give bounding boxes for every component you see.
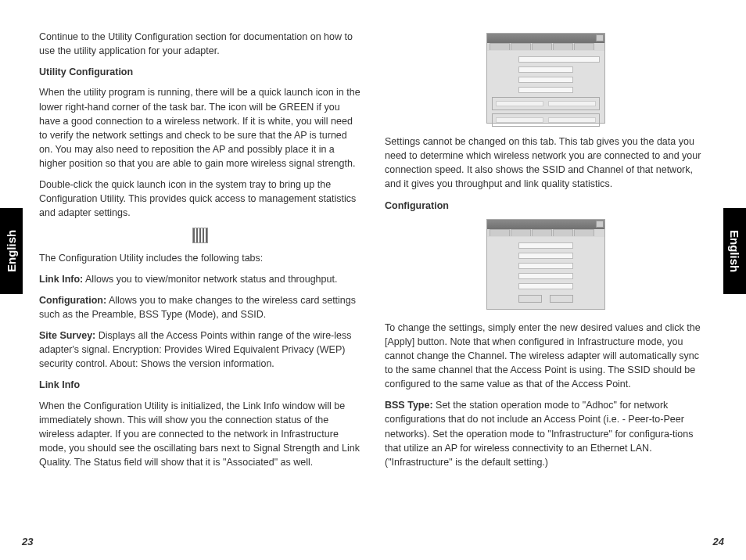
close-icon	[596, 34, 604, 41]
site-survey-item: Site Survey: Displays all the Access Poi…	[39, 328, 361, 371]
link-info-label: Link Info:	[39, 274, 83, 285]
dialog-tabs	[487, 229, 604, 237]
utility-paragraph-2: Double-click the quick launch icon in th…	[39, 178, 361, 220]
site-survey-label: Site Survey:	[39, 330, 95, 341]
dialog-titlebar	[487, 220, 604, 229]
cancel-button	[550, 295, 573, 303]
heading-utility-config: Utility Configuration	[39, 65, 361, 79]
apply-button	[518, 295, 542, 303]
intro-paragraph: Continue to the Utility Configuration se…	[39, 30, 361, 58]
bss-type-label: BSS Type:	[385, 400, 433, 411]
tray-bars-icon	[192, 228, 208, 243]
heading-configuration: Configuration	[385, 199, 707, 213]
settings-paragraph: Settings cannot be changed on this tab. …	[385, 135, 707, 192]
configuration-item: Configuration: Allows you to make change…	[39, 293, 361, 321]
link-info-item: Link Info: Allows you to view/monitor ne…	[39, 272, 361, 286]
language-tab-left: English	[0, 208, 23, 294]
close-icon	[596, 221, 604, 228]
change-settings-paragraph: To change the settings, simply enter the…	[385, 321, 707, 392]
page-spread: Continue to the Utility Configuration se…	[0, 0, 746, 492]
link-info-dialog-figure	[486, 33, 605, 124]
configuration-label: Configuration:	[39, 295, 106, 306]
dialog-tabs	[487, 43, 604, 51]
left-column: Continue to the Utility Configuration se…	[39, 30, 361, 476]
utility-paragraph-1: When the utility program is running, the…	[39, 85, 361, 171]
link-info-body: When the Configuration Utility is initia…	[39, 399, 361, 470]
tabs-intro-paragraph: The Configuration Utility includes the f…	[39, 251, 361, 265]
right-column: Settings cannot be changed on this tab. …	[385, 30, 707, 476]
heading-link-info: Link Info	[39, 378, 361, 392]
link-info-desc: Allows you to view/monitor network statu…	[83, 274, 337, 285]
language-tab-right: English	[723, 208, 746, 294]
page-number-right: 24	[713, 536, 724, 547]
dialog-titlebar	[487, 34, 604, 43]
page-number-left: 23	[22, 536, 33, 547]
bss-type-paragraph: BSS Type: Set the station operation mode…	[385, 398, 707, 469]
dialog-buttons	[492, 295, 600, 303]
configuration-dialog-figure	[486, 219, 605, 310]
